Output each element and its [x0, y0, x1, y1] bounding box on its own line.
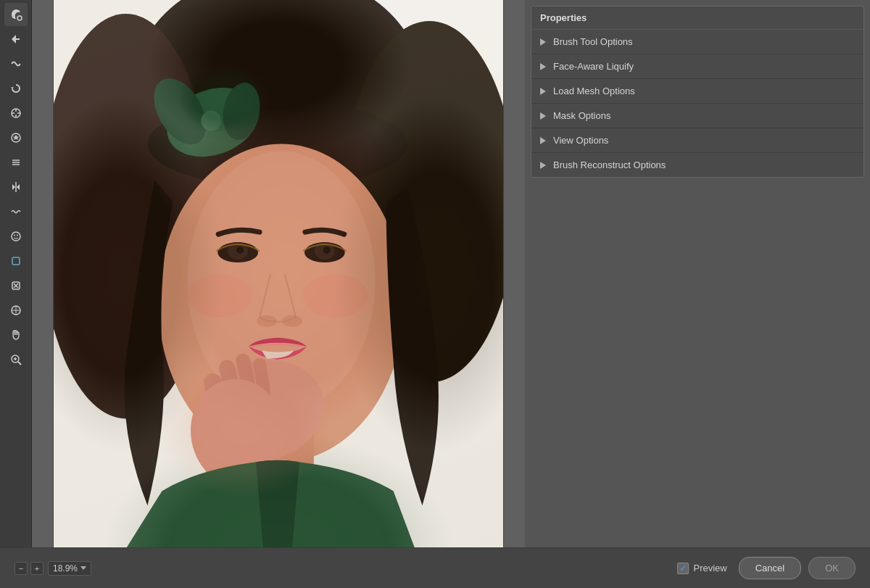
panel-empty-area: [525, 183, 870, 547]
bottom-right-controls: ✓ Preview Cancel OK: [677, 557, 856, 579]
svg-point-11: [14, 235, 15, 236]
expand-icon: [540, 137, 546, 144]
expand-icon: [540, 112, 546, 120]
properties-panel: Properties Brush Tool Options Face-Aware…: [531, 6, 864, 178]
svg-rect-13: [12, 257, 20, 265]
tools-panel: [0, 0, 32, 547]
face-aware-liquify-item[interactable]: Face-Aware Liquify: [531, 54, 863, 79]
freeze-tool-button[interactable]: [4, 249, 28, 273]
expand-icon: [540, 63, 546, 70]
push-left-tool-button[interactable]: [4, 151, 28, 174]
svg-point-36: [236, 247, 244, 254]
zoom-value-display[interactable]: 18.9%: [48, 561, 91, 576]
load-mesh-options-item[interactable]: Load Mesh Options: [531, 79, 863, 104]
mask-options-item[interactable]: Mask Options: [531, 104, 863, 128]
zoom-tool-button[interactable]: [4, 348, 28, 371]
reconstruct-tool-button[interactable]: [4, 28, 28, 51]
svg-point-40: [257, 315, 277, 326]
brush-tool-options-item[interactable]: Brush Tool Options: [531, 30, 863, 54]
smooth-tool-button[interactable]: [4, 52, 28, 75]
expand-icon: [540, 88, 546, 95]
expand-icon: [540, 162, 546, 169]
svg-point-41: [282, 315, 302, 326]
hand-tool-button[interactable]: [4, 323, 28, 347]
ok-button[interactable]: OK: [808, 557, 856, 579]
mask-all-button[interactable]: [4, 299, 28, 322]
view-options-item[interactable]: View Options: [531, 128, 863, 153]
zoom-percentage: 18.9%: [53, 563, 78, 573]
cancel-button[interactable]: Cancel: [739, 557, 801, 579]
brush-reconstruct-options-item[interactable]: Brush Reconstruct Options: [531, 153, 863, 177]
svg-point-12: [17, 235, 18, 236]
twirl-tool-button[interactable]: [4, 77, 28, 100]
face-tool-button[interactable]: [4, 225, 28, 248]
zoom-in-button[interactable]: +: [30, 562, 44, 575]
svg-line-19: [18, 362, 21, 365]
checkbox-checkmark: ✓: [679, 563, 687, 573]
svg-point-43: [303, 274, 368, 318]
preview-area: ✓ Preview: [677, 563, 726, 574]
thaw-tool-button[interactable]: [4, 274, 28, 297]
mirror-tool-button[interactable]: [4, 175, 28, 199]
turbulence-tool-button[interactable]: [4, 200, 28, 223]
zoom-out-button[interactable]: −: [14, 562, 28, 575]
mask-options-label: Mask Options: [553, 110, 610, 121]
svg-point-0: [17, 16, 22, 20]
preview-label: Preview: [693, 563, 726, 573]
bottom-bar: − + 18.9% ✓ Preview Cancel OK: [0, 547, 870, 588]
svg-point-31: [201, 110, 221, 131]
action-buttons: Cancel OK: [739, 557, 856, 579]
zoom-dropdown-icon: [80, 566, 86, 570]
zoom-controls: − +: [14, 562, 44, 575]
zoom-area: − + 18.9%: [14, 561, 91, 576]
svg-marker-8: [13, 135, 19, 140]
properties-header: Properties: [531, 7, 863, 30]
image-canvas[interactable]: [53, 0, 504, 547]
view-options-label: View Options: [553, 135, 608, 146]
svg-point-10: [12, 232, 20, 241]
load-mesh-options-label: Load Mesh Options: [553, 86, 635, 96]
expand-icon: [540, 38, 546, 46]
bloat-tool-button[interactable]: [4, 126, 28, 149]
brush-tool-options-label: Brush Tool Options: [553, 36, 633, 47]
svg-point-39: [323, 247, 331, 254]
face-aware-liquify-label: Face-Aware Liquify: [553, 61, 634, 72]
brush-reconstruct-options-label: Brush Reconstruct Options: [553, 160, 666, 170]
svg-marker-1: [11, 87, 14, 88]
preview-checkbox-container[interactable]: ✓ Preview: [677, 563, 726, 574]
svg-point-42: [187, 274, 252, 318]
right-panel: Properties Brush Tool Options Face-Aware…: [525, 0, 870, 547]
warp-tool-button[interactable]: [4, 3, 28, 26]
pucker-tool-button[interactable]: [4, 102, 28, 125]
canvas-area: [32, 0, 525, 547]
preview-checkbox[interactable]: ✓: [677, 563, 689, 574]
